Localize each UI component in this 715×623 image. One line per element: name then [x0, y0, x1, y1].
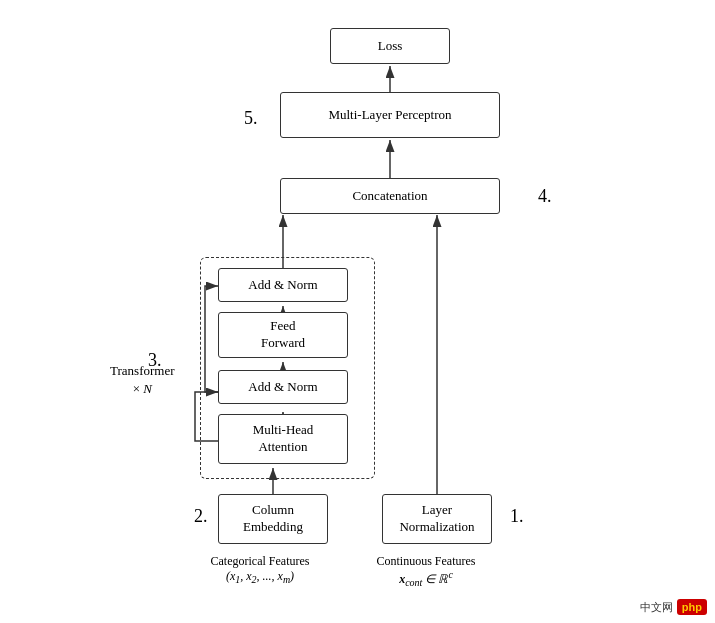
loss-box: Loss	[330, 28, 450, 64]
step-5: 5.	[244, 108, 258, 129]
feed-forward-box: FeedForward	[218, 312, 348, 358]
transformer-label: Transformer× N	[110, 362, 175, 398]
concat-box: Concatenation	[280, 178, 500, 214]
php-badge: php	[677, 599, 707, 615]
categorical-features-label: Categorical Features (x1, x2, ..., xm)	[190, 554, 330, 585]
col-embed-box: ColumnEmbedding	[218, 494, 328, 544]
mlp-box: Multi-Layer Perceptron	[280, 92, 500, 138]
php-site-label: 中文网	[640, 600, 673, 615]
add-norm2-box: Add & Norm	[218, 268, 348, 302]
add-norm1-box: Add & Norm	[218, 370, 348, 404]
layer-norm-box: LayerNormalization	[382, 494, 492, 544]
step-1: 1.	[510, 506, 524, 527]
php-badge-area: 中文网 php	[640, 599, 707, 615]
diagram-container: Loss Multi-Layer Perceptron Concatenatio…	[0, 0, 715, 623]
continuous-features-label: Continuous Features xcont ∈ ℝc	[356, 554, 496, 588]
multihead-box: Multi-HeadAttention	[218, 414, 348, 464]
step-4: 4.	[538, 186, 552, 207]
step-2: 2.	[194, 506, 208, 527]
